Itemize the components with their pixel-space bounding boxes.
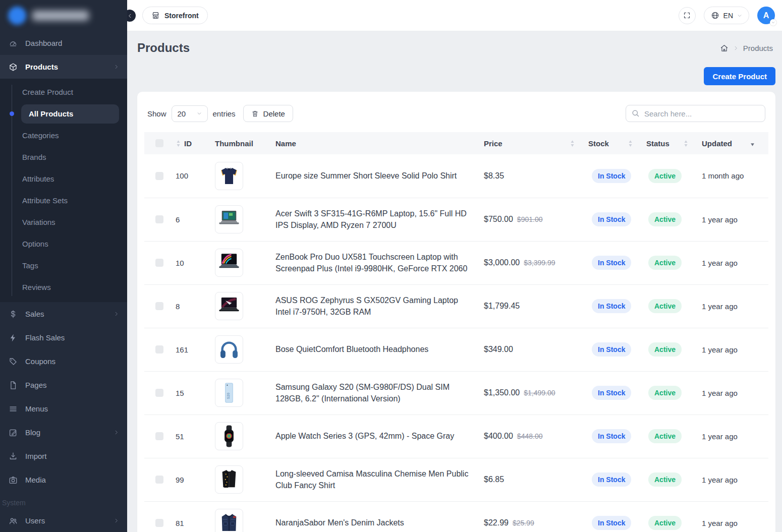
watch-black-image [216,424,242,449]
sidebar-subitem-create-product[interactable]: Create Product [0,81,127,103]
globe-icon [711,11,719,20]
sidebar-item-label: Import [25,452,47,460]
sidebar-item-products[interactable]: Products [0,55,127,79]
row-checkbox[interactable] [155,519,163,527]
logo-icon [8,7,26,25]
product-price: $400.00 [484,432,513,440]
column-header-updated[interactable]: Updated [702,132,768,154]
sort-icon[interactable] [683,140,689,147]
product-thumbnail[interactable] [215,162,243,190]
stock-badge: In Stock [592,386,631,400]
column-header-id[interactable]: ID [176,132,215,154]
product-updated: 1 year ago [702,415,768,458]
product-thumbnail[interactable] [215,509,243,532]
product-old-price: $25.99 [513,519,534,527]
product-id: 8 [176,284,215,328]
product-name[interactable]: ASUS ROG Zephyrus S GX502GV Gaming Lapto… [275,284,484,328]
sort-icon[interactable] [176,140,181,147]
language-selector[interactable]: EN [704,7,749,24]
home-icon[interactable] [720,44,729,52]
status-badge: Active [648,386,682,400]
svg-text:S20: S20 [227,393,231,399]
sidebar-subitem-attribute-sets[interactable]: Attribute Sets [0,190,127,211]
search-input[interactable] [626,105,765,122]
product-price: $22.99 [484,518,509,527]
user-menu[interactable]: A [757,7,775,24]
product-price: $1,350.00 [484,388,520,397]
product-price: $6.85 [484,475,504,484]
row-checkbox[interactable] [155,172,163,180]
product-thumbnail[interactable]: S20 [215,379,243,407]
breadcrumb-current: Products [743,44,773,52]
sidebar-item-import[interactable]: Import [0,444,127,468]
product-thumbnail[interactable] [215,292,243,320]
row-checkbox[interactable] [155,215,163,223]
product-thumbnail[interactable] [215,249,243,277]
sidebar-subitem-options[interactable]: Options [0,233,127,255]
sidebar-item-media[interactable]: Media [0,468,127,492]
product-name[interactable]: NaranjaSabor Men's Denim Jackets [275,501,484,532]
product-thumbnail[interactable] [215,465,243,494]
file-icon [8,380,18,390]
create-product-button[interactable]: Create Product [704,67,775,85]
column-header-thumbnail: Thumbnail [215,132,275,154]
stock-badge: In Stock [592,256,631,270]
fullscreen-button[interactable] [679,7,696,24]
chevron-right-icon [114,64,119,70]
stock-badge: In Stock [592,212,631,226]
product-name[interactable]: Europe size Summer Short Sleeve Solid Po… [275,154,484,198]
sidebar-subitem-all-products[interactable]: All Products [0,103,127,125]
stock-badge: In Stock [592,472,631,487]
row-checkbox[interactable] [155,259,163,267]
storefront-button[interactable]: Storefront [142,7,208,24]
select-all-checkbox[interactable] [155,139,163,147]
product-name[interactable]: Samsung Galaxy S20 (SM-G980F/DS) Dual SI… [275,371,484,415]
table-row: 100Europe size Summer Short Sleeve Solid… [144,154,768,198]
product-name[interactable]: Bose QuietComfort Bluetooth Headphones [275,328,484,371]
sidebar-subitem-tags[interactable]: Tags [0,255,127,276]
sidebar-subitem-brands[interactable]: Brands [0,146,127,168]
product-name[interactable]: Apple Watch Series 3 (GPS, 42mm) - Space… [275,415,484,458]
delete-button[interactable]: Delete [243,105,293,122]
sidebar-subitem-attributes[interactable]: Attributes [0,168,127,190]
product-updated: 1 year ago [702,458,768,501]
sidebar-item-users[interactable]: Users [0,509,127,532]
row-checkbox[interactable] [155,476,163,484]
products-card: Show 20 entries Delete [137,92,775,532]
row-checkbox[interactable] [155,389,163,397]
sidebar-item-coupons[interactable]: Coupons [0,349,127,373]
row-checkbox[interactable] [155,432,163,440]
sort-desc-icon[interactable] [750,140,755,147]
product-name[interactable]: Acer Swift 3 SF315-41G-R6MP Laptop, 15.6… [275,198,484,241]
sidebar-item-flash-sales[interactable]: Flash Sales [0,326,127,349]
row-checkbox[interactable] [155,302,163,310]
product-thumbnail[interactable] [215,335,243,364]
sidebar-subitem-reviews[interactable]: Reviews [0,276,127,298]
column-header-stock[interactable]: Stock [588,132,646,154]
sidebar-item-label: Dashboard [25,39,62,47]
sidebar-item-dashboard[interactable]: Dashboard [0,31,127,55]
row-checkbox[interactable] [155,345,163,353]
sidebar-subitem-variations[interactable]: Variations [0,211,127,233]
sidebar-subitem-categories[interactable]: Categories [0,125,127,146]
product-price: $349.00 [484,345,513,353]
app-logo[interactable] [0,0,127,31]
sort-icon[interactable] [628,140,633,147]
sidebar-item-pages[interactable]: Pages [0,373,127,397]
avatar-chevron-badge [770,19,776,26]
product-id: 161 [176,328,215,371]
sidebar-item-blog[interactable]: Blog [0,421,127,444]
storefront-label: Storefront [164,12,199,20]
sort-icon[interactable] [570,140,575,147]
product-name[interactable]: Long-sleeved Camisa Masculina Chemise Me… [275,458,484,501]
column-header-price[interactable]: Price [484,132,588,154]
product-name[interactable]: ZenBook Pro Duo UX581 Touchscreen Laptop… [275,241,484,284]
product-thumbnail[interactable] [215,205,243,233]
sidebar-item-menus[interactable]: Menus [0,397,127,421]
breadcrumb: Products [720,44,773,52]
table-row: 8ASUS ROG Zephyrus S GX502GV Gaming Lapt… [144,284,768,328]
entries-select[interactable]: 20 [172,105,208,122]
product-thumbnail[interactable] [215,422,243,450]
column-header-status[interactable]: Status [646,132,702,154]
sidebar-item-sales[interactable]: Sales [0,302,127,326]
